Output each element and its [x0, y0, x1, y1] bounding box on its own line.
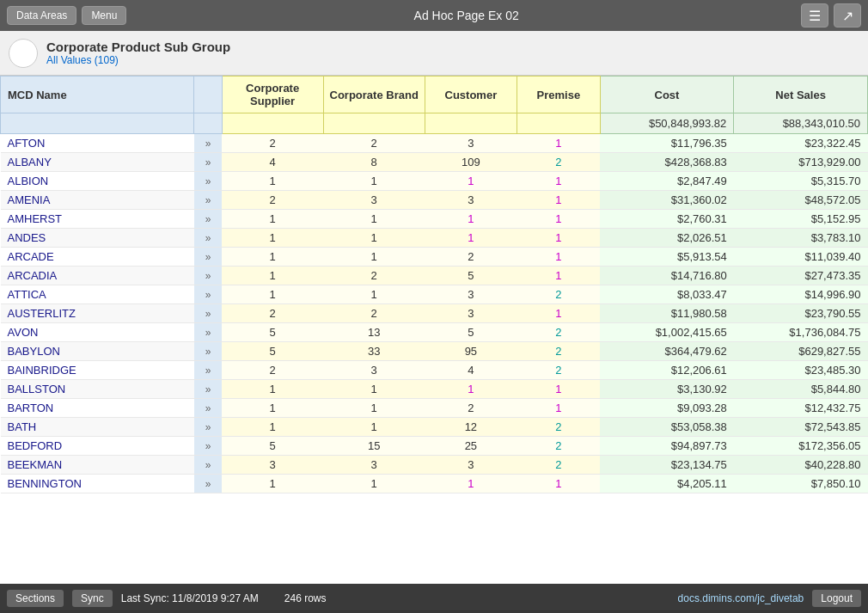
cell-corp-brand: 3: [323, 361, 425, 380]
col-header-nav: [194, 77, 222, 113]
sync-button[interactable]: Sync: [72, 590, 113, 607]
cell-nav[interactable]: »: [194, 267, 222, 285]
cell-name: AFTON: [1, 134, 194, 153]
cell-corp-supplier: 1: [222, 285, 323, 304]
table-row[interactable]: ARCADIA»1251$14,716.80$27,473.35: [1, 267, 868, 285]
cell-cost: $53,058.38: [600, 418, 734, 437]
cell-corp-brand: 2: [323, 304, 425, 323]
last-sync-text: Last Sync: 11/8/2019 9:27 AM: [121, 592, 259, 604]
cell-net-sales: $23,790.55: [734, 304, 868, 323]
cell-cost: $5,913.54: [600, 248, 734, 267]
cell-premise: 2: [517, 361, 601, 380]
cell-cost: $1,002,415.65: [600, 323, 734, 342]
table-row[interactable]: ALBION»1111$2,847.49$5,315.70: [1, 172, 868, 191]
cell-name: ARCADIA: [1, 267, 194, 285]
table-row[interactable]: ALBANY»481092$428,368.83$713,929.00: [1, 153, 868, 172]
totals-netsales-cell: $88,343,010.50: [734, 113, 868, 134]
cell-corp-supplier: 1: [222, 475, 323, 493]
cell-nav[interactable]: »: [194, 172, 222, 191]
cell-name: AUSTERLITZ: [1, 304, 194, 323]
cell-nav[interactable]: »: [194, 380, 222, 399]
table-row[interactable]: BEDFORD»515252$94,897.73$172,356.05: [1, 437, 868, 456]
share-icon[interactable]: ↗: [834, 3, 861, 28]
hamburger-icon[interactable]: ☰: [801, 3, 828, 28]
table-row[interactable]: BABYLON»533952$364,479.62$629,827.55: [1, 342, 868, 361]
col-header-name: MCD Name: [1, 77, 194, 113]
cell-nav[interactable]: »: [194, 304, 222, 323]
cell-nav[interactable]: »: [194, 475, 222, 493]
cell-net-sales: $5,315.70: [734, 172, 868, 191]
cell-premise: 1: [517, 134, 601, 153]
table-row[interactable]: AVON»51352$1,002,415.65$1,736,084.75: [1, 323, 868, 342]
cell-net-sales: $11,039.40: [734, 248, 868, 267]
cell-cost: $23,134.75: [600, 456, 734, 475]
cell-nav[interactable]: »: [194, 191, 222, 210]
cell-nav[interactable]: »: [194, 437, 222, 456]
cell-cost: $11,980.58: [600, 304, 734, 323]
table-row[interactable]: AMHERST»1111$2,760.31$5,152.95: [1, 210, 868, 229]
table-row[interactable]: BENNINGTON»1111$4,205.11$7,850.10: [1, 475, 868, 493]
cell-nav[interactable]: »: [194, 153, 222, 172]
cell-cost: $364,479.62: [600, 342, 734, 361]
cell-corp-supplier: 5: [222, 342, 323, 361]
cell-corp-supplier: 2: [222, 134, 323, 153]
table-container[interactable]: MCD Name Corporate Supplier Corporate Br…: [0, 76, 868, 584]
sections-button[interactable]: Sections: [7, 590, 64, 607]
cell-customer: 3: [425, 304, 517, 323]
docs-link[interactable]: docs.dimins.com/jc_divetab: [678, 592, 804, 604]
cell-premise: 1: [517, 267, 601, 285]
cell-name: ATTICA: [1, 285, 194, 304]
cell-cost: $31,360.02: [600, 191, 734, 210]
table-row[interactable]: ATTICA»1132$8,033.47$14,996.90: [1, 285, 868, 304]
cell-corp-supplier: 1: [222, 210, 323, 229]
cell-customer: 1: [425, 380, 517, 399]
cell-nav[interactable]: »: [194, 323, 222, 342]
cell-nav[interactable]: »: [194, 418, 222, 437]
menu-button[interactable]: Menu: [82, 6, 126, 25]
cell-corp-brand: 1: [323, 475, 425, 493]
cell-nav[interactable]: »: [194, 361, 222, 380]
table-row[interactable]: ARCADE»1121$5,913.54$11,039.40: [1, 248, 868, 267]
cell-corp-supplier: 2: [222, 361, 323, 380]
cell-name: BALLSTON: [1, 380, 194, 399]
table-row[interactable]: ANDES»1111$2,026.51$3,783.10: [1, 229, 868, 248]
cell-customer: 3: [425, 191, 517, 210]
cell-customer: 5: [425, 323, 517, 342]
cell-name: BAINBRIDGE: [1, 361, 194, 380]
table-row[interactable]: BATH»11122$53,058.38$72,543.85: [1, 418, 868, 437]
cell-customer: 3: [425, 285, 517, 304]
cell-nav[interactable]: »: [194, 285, 222, 304]
table-row[interactable]: AMENIA»2331$31,360.02$48,572.05: [1, 191, 868, 210]
table-row[interactable]: BEEKMAN»3332$23,134.75$40,228.80: [1, 456, 868, 475]
cell-nav[interactable]: »: [194, 229, 222, 248]
cell-nav[interactable]: »: [194, 456, 222, 475]
table-row[interactable]: BALLSTON»1111$3,130.92$5,844.80: [1, 380, 868, 399]
cell-nav[interactable]: »: [194, 399, 222, 418]
table-row[interactable]: BAINBRIDGE»2342$12,206.61$23,485.30: [1, 361, 868, 380]
cell-net-sales: $5,152.95: [734, 210, 868, 229]
cell-net-sales: $72,543.85: [734, 418, 868, 437]
cell-nav[interactable]: »: [194, 342, 222, 361]
totals-cost-cell: $50,848,993.82: [600, 113, 734, 134]
data-areas-button[interactable]: Data Areas: [7, 6, 76, 25]
table-row[interactable]: AFTON»2231$11,796.35$23,322.45: [1, 134, 868, 153]
cell-net-sales: $629,827.55: [734, 342, 868, 361]
cell-premise: 2: [517, 153, 601, 172]
cell-customer: 3: [425, 134, 517, 153]
cell-name: AMHERST: [1, 210, 194, 229]
cell-name: AMENIA: [1, 191, 194, 210]
cell-corp-brand: 1: [323, 418, 425, 437]
cell-premise: 2: [517, 342, 601, 361]
logout-button[interactable]: Logout: [812, 590, 861, 607]
cell-nav[interactable]: »: [194, 134, 222, 153]
cell-net-sales: $172,356.05: [734, 437, 868, 456]
cell-name: BENNINGTON: [1, 475, 194, 493]
table-row[interactable]: AUSTERLITZ»2231$11,980.58$23,790.55: [1, 304, 868, 323]
cell-nav[interactable]: »: [194, 248, 222, 267]
cell-cost: $12,206.61: [600, 361, 734, 380]
cell-nav[interactable]: »: [194, 210, 222, 229]
cell-corp-brand: 1: [323, 210, 425, 229]
breadcrumb-text: Corporate Product Sub Group All Values (…: [46, 40, 230, 66]
cell-premise: 1: [517, 248, 601, 267]
table-row[interactable]: BARTON»1121$9,093.28$12,432.75: [1, 399, 868, 418]
